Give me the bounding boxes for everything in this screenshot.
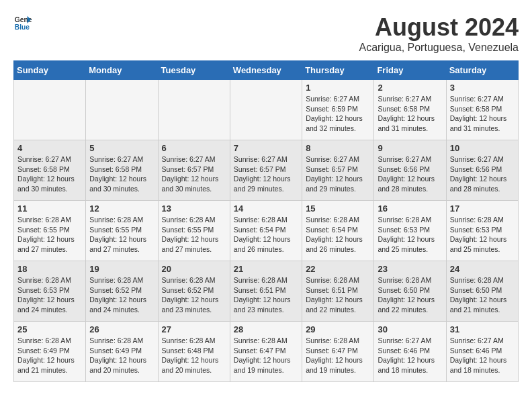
cell-content: Sunrise: 6:27 AM Sunset: 6:58 PM Dayligh…: [17, 155, 75, 193]
day-number: 18: [17, 264, 82, 274]
cell-content: Sunrise: 6:27 AM Sunset: 6:57 PM Dayligh…: [234, 155, 291, 193]
cell-1-5: 9Sunrise: 6:27 AM Sunset: 6:56 PM Daylig…: [374, 140, 446, 201]
cell-0-4: 1Sunrise: 6:27 AM Sunset: 6:59 PM Daylig…: [302, 80, 374, 140]
cell-content: Sunrise: 6:28 AM Sunset: 6:55 PM Dayligh…: [162, 216, 219, 253]
cell-content: Sunrise: 6:28 AM Sunset: 6:53 PM Dayligh…: [450, 216, 507, 253]
day-number: 1: [306, 83, 370, 93]
cell-content: Sunrise: 6:28 AM Sunset: 6:50 PM Dayligh…: [378, 276, 435, 314]
cell-4-3: 28Sunrise: 6:28 AM Sunset: 6:47 PM Dayli…: [230, 322, 302, 382]
cell-3-5: 23Sunrise: 6:28 AM Sunset: 6:50 PM Dayli…: [374, 261, 446, 322]
day-number: 11: [17, 203, 82, 214]
main-title: August 2024: [359, 13, 519, 42]
cell-2-0: 11Sunrise: 6:28 AM Sunset: 6:55 PM Dayli…: [14, 201, 86, 261]
header: General Blue August 2024 Acarigua, Portu…: [13, 13, 519, 54]
day-number: 10: [450, 143, 515, 153]
cell-content: Sunrise: 6:27 AM Sunset: 6:46 PM Dayligh…: [450, 336, 507, 374]
cell-content: Sunrise: 6:28 AM Sunset: 6:49 PM Dayligh…: [17, 336, 75, 374]
cell-4-4: 29Sunrise: 6:28 AM Sunset: 6:47 PM Dayli…: [302, 322, 374, 382]
cell-4-5: 30Sunrise: 6:27 AM Sunset: 6:46 PM Dayli…: [374, 322, 446, 382]
header-tuesday: Tuesday: [158, 61, 230, 80]
logo-icon: General Blue: [13, 13, 32, 32]
cell-content: Sunrise: 6:28 AM Sunset: 6:47 PM Dayligh…: [306, 336, 363, 374]
cell-0-0: [14, 80, 86, 140]
cell-2-3: 14Sunrise: 6:28 AM Sunset: 6:54 PM Dayli…: [230, 201, 302, 261]
day-number: 6: [162, 143, 226, 153]
logo: General Blue: [13, 13, 32, 32]
cell-content: Sunrise: 6:27 AM Sunset: 6:46 PM Dayligh…: [378, 336, 435, 374]
cell-content: Sunrise: 6:27 AM Sunset: 6:56 PM Dayligh…: [378, 155, 435, 193]
cell-content: Sunrise: 6:27 AM Sunset: 6:58 PM Dayligh…: [378, 95, 435, 132]
cell-2-1: 12Sunrise: 6:28 AM Sunset: 6:55 PM Dayli…: [86, 201, 158, 261]
day-number: 28: [234, 324, 298, 334]
cell-0-2: [158, 80, 230, 140]
cell-0-6: 3Sunrise: 6:27 AM Sunset: 6:58 PM Daylig…: [446, 80, 518, 140]
header-row: SundayMondayTuesdayWednesdayThursdayFrid…: [14, 61, 519, 80]
day-number: 13: [162, 203, 226, 214]
subtitle: Acarigua, Portuguesa, Venezuela: [359, 42, 519, 54]
cell-3-6: 24Sunrise: 6:28 AM Sunset: 6:50 PM Dayli…: [446, 261, 518, 322]
day-number: 31: [450, 324, 515, 334]
day-number: 22: [306, 264, 370, 274]
cell-3-0: 18Sunrise: 6:28 AM Sunset: 6:53 PM Dayli…: [14, 261, 86, 322]
day-number: 14: [234, 203, 298, 214]
cell-content: Sunrise: 6:28 AM Sunset: 6:54 PM Dayligh…: [234, 216, 291, 253]
cell-2-2: 13Sunrise: 6:28 AM Sunset: 6:55 PM Dayli…: [158, 201, 230, 261]
cell-content: Sunrise: 6:28 AM Sunset: 6:53 PM Dayligh…: [378, 216, 435, 253]
day-number: 5: [89, 143, 154, 153]
cell-content: Sunrise: 6:28 AM Sunset: 6:54 PM Dayligh…: [306, 216, 363, 253]
cell-content: Sunrise: 6:28 AM Sunset: 6:47 PM Dayligh…: [234, 336, 291, 374]
day-number: 26: [89, 324, 154, 334]
cell-content: Sunrise: 6:28 AM Sunset: 6:52 PM Dayligh…: [89, 276, 146, 314]
cell-4-6: 31Sunrise: 6:27 AM Sunset: 6:46 PM Dayli…: [446, 322, 518, 382]
cell-content: Sunrise: 6:27 AM Sunset: 6:57 PM Dayligh…: [306, 155, 363, 193]
cell-content: Sunrise: 6:27 AM Sunset: 6:59 PM Dayligh…: [306, 95, 363, 132]
day-number: 20: [162, 264, 226, 274]
cell-content: Sunrise: 6:28 AM Sunset: 6:50 PM Dayligh…: [450, 276, 507, 314]
cell-0-1: [86, 80, 158, 140]
day-number: 27: [162, 324, 226, 334]
day-number: 8: [306, 143, 370, 153]
day-number: 23: [378, 264, 442, 274]
cell-content: Sunrise: 6:28 AM Sunset: 6:55 PM Dayligh…: [89, 216, 146, 253]
cell-2-6: 17Sunrise: 6:28 AM Sunset: 6:53 PM Dayli…: [446, 201, 518, 261]
cell-1-6: 10Sunrise: 6:27 AM Sunset: 6:56 PM Dayli…: [446, 140, 518, 201]
day-number: 12: [89, 203, 154, 214]
cell-content: Sunrise: 6:28 AM Sunset: 6:51 PM Dayligh…: [306, 276, 363, 314]
cell-1-4: 8Sunrise: 6:27 AM Sunset: 6:57 PM Daylig…: [302, 140, 374, 201]
cell-0-5: 2Sunrise: 6:27 AM Sunset: 6:58 PM Daylig…: [374, 80, 446, 140]
cell-content: Sunrise: 6:28 AM Sunset: 6:51 PM Dayligh…: [234, 276, 291, 314]
cell-4-2: 27Sunrise: 6:28 AM Sunset: 6:48 PM Dayli…: [158, 322, 230, 382]
week-row-5: 25Sunrise: 6:28 AM Sunset: 6:49 PM Dayli…: [14, 322, 519, 382]
day-number: 3: [450, 83, 515, 93]
week-row-3: 11Sunrise: 6:28 AM Sunset: 6:55 PM Dayli…: [14, 201, 519, 261]
cell-content: Sunrise: 6:28 AM Sunset: 6:55 PM Dayligh…: [17, 216, 75, 253]
day-number: 17: [450, 203, 515, 214]
cell-3-3: 21Sunrise: 6:28 AM Sunset: 6:51 PM Dayli…: [230, 261, 302, 322]
day-number: 16: [378, 203, 442, 214]
cell-3-4: 22Sunrise: 6:28 AM Sunset: 6:51 PM Dayli…: [302, 261, 374, 322]
cell-1-2: 6Sunrise: 6:27 AM Sunset: 6:57 PM Daylig…: [158, 140, 230, 201]
day-number: 25: [17, 324, 82, 334]
day-number: 7: [234, 143, 298, 153]
cell-content: Sunrise: 6:28 AM Sunset: 6:48 PM Dayligh…: [162, 336, 219, 374]
header-wednesday: Wednesday: [230, 61, 302, 80]
cell-1-0: 4Sunrise: 6:27 AM Sunset: 6:58 PM Daylig…: [14, 140, 86, 201]
cell-0-3: [230, 80, 302, 140]
header-sunday: Sunday: [14, 61, 86, 80]
cell-3-1: 19Sunrise: 6:28 AM Sunset: 6:52 PM Dayli…: [86, 261, 158, 322]
cell-content: Sunrise: 6:27 AM Sunset: 6:58 PM Dayligh…: [89, 155, 146, 193]
cell-4-1: 26Sunrise: 6:28 AM Sunset: 6:49 PM Dayli…: [86, 322, 158, 382]
day-number: 2: [378, 83, 442, 93]
cell-content: Sunrise: 6:28 AM Sunset: 6:52 PM Dayligh…: [162, 276, 219, 314]
week-row-4: 18Sunrise: 6:28 AM Sunset: 6:53 PM Dayli…: [14, 261, 519, 322]
day-number: 15: [306, 203, 370, 214]
day-number: 9: [378, 143, 442, 153]
title-area: August 2024 Acarigua, Portuguesa, Venezu…: [359, 13, 519, 54]
cell-2-4: 15Sunrise: 6:28 AM Sunset: 6:54 PM Dayli…: [302, 201, 374, 261]
day-number: 29: [306, 324, 370, 334]
day-number: 19: [89, 264, 154, 274]
cell-content: Sunrise: 6:28 AM Sunset: 6:53 PM Dayligh…: [17, 276, 75, 314]
calendar-table: SundayMondayTuesdayWednesdayThursdayFrid…: [13, 60, 519, 382]
cell-content: Sunrise: 6:27 AM Sunset: 6:58 PM Dayligh…: [450, 95, 507, 132]
day-number: 30: [378, 324, 442, 334]
